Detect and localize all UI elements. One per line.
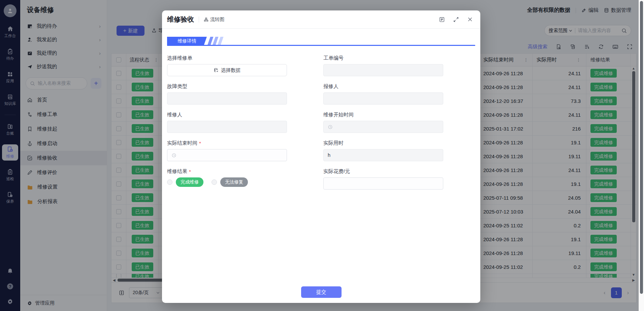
banner-underline	[167, 45, 475, 46]
fault-type-input	[167, 92, 287, 105]
field-label-repairer: 维修人	[167, 112, 287, 118]
modal-footer: 提交	[162, 281, 480, 303]
page-scrollbar[interactable]	[639, 0, 644, 311]
result-chip-unrepairable: 无法修复	[220, 177, 248, 187]
select-data-button[interactable]: 选择数据	[167, 64, 287, 76]
field-label-work-order: 工单编号	[323, 55, 443, 61]
radio-button[interactable]	[212, 179, 217, 185]
clock-icon	[171, 153, 176, 158]
field-label-select-repair: 选择维修单	[167, 55, 287, 61]
modal-body: 维修详情 选择维修单 选择数据 工单编号	[162, 29, 480, 281]
result-option-unrepairable[interactable]: 无法修复	[212, 177, 248, 187]
field-label-cost: 实际花费/元	[323, 168, 443, 175]
end-time-input[interactable]	[167, 149, 287, 161]
section-title: 维修详情	[167, 37, 207, 46]
flow-chart-link[interactable]: 流转图	[204, 17, 224, 23]
radio-button[interactable]	[167, 179, 172, 185]
field-label-start-time: 维修开始时间	[323, 112, 443, 118]
divider	[199, 17, 199, 23]
repairer-input	[167, 121, 287, 133]
reporter-input	[323, 92, 443, 105]
page-scroll-thumb[interactable]	[640, 1, 643, 294]
modal-header: 维修验收 流转图	[162, 10, 480, 29]
field-label-reporter: 报修人	[323, 83, 443, 90]
modal-title: 维修验收	[167, 15, 194, 24]
notes-icon[interactable]	[439, 17, 445, 23]
required-asterisk: *	[199, 140, 201, 146]
field-label-fault-type: 故障类型	[167, 83, 287, 90]
submit-button[interactable]: 提交	[301, 286, 342, 298]
duration-unit: h	[328, 152, 330, 158]
required-asterisk: *	[189, 169, 191, 174]
field-label-end-time: 实际结束时间*	[167, 140, 287, 146]
cost-input[interactable]	[323, 177, 443, 190]
banner-stripe	[218, 37, 224, 46]
result-chip-complete: 完成维修	[176, 177, 203, 187]
close-icon[interactable]	[467, 17, 473, 22]
result-option-complete[interactable]: 完成维修	[167, 177, 203, 187]
acceptance-modal: 维修验收 流转图 维修详情 选择维修单	[162, 10, 480, 303]
clock-icon	[328, 124, 333, 130]
duration-input: h	[323, 149, 443, 161]
field-label-result: 维修结果*	[167, 168, 287, 175]
app-root: 工作台 待办 应用 AI 知识库 台账 维修 巡检 保养	[0, 0, 644, 311]
org-chart-icon	[204, 17, 208, 22]
start-time-input	[323, 121, 443, 133]
database-select-icon	[214, 68, 219, 73]
section-banner: 维修详情	[167, 37, 475, 46]
expand-icon[interactable]	[453, 17, 459, 23]
work-order-input	[323, 64, 443, 76]
field-label-duration: 实际用时	[323, 140, 443, 146]
